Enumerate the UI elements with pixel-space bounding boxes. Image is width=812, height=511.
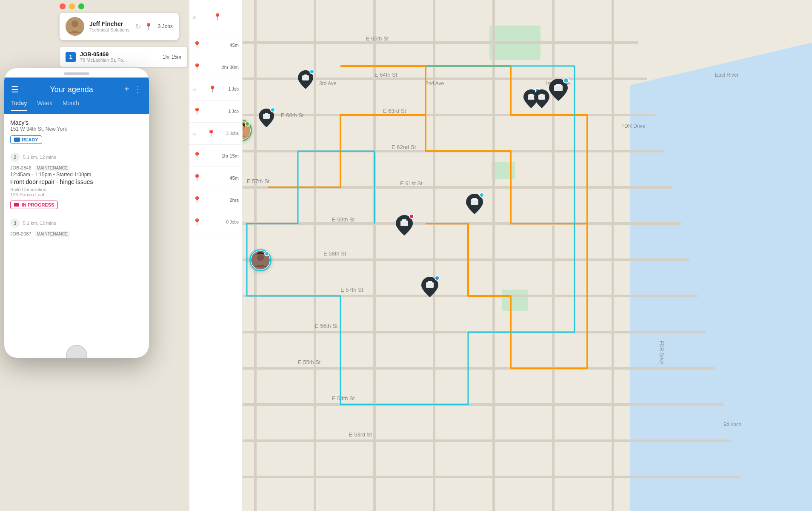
job-card-2[interactable]: JOB-2087 MAINTENANCE — [10, 231, 143, 237]
sched-time-6: 1hr 15m — [222, 153, 239, 158]
svg-text:E 53rd St: E 53rd St — [349, 431, 372, 438]
map-pin-1[interactable] — [298, 70, 313, 89]
sched-time-8: 2hrs — [230, 198, 239, 203]
tab-today[interactable]: Today — [11, 100, 27, 111]
hamburger-icon[interactable]: ☰ — [11, 84, 19, 95]
sched-right-1: 45m — [230, 43, 239, 48]
svg-rect-63 — [428, 281, 432, 283]
top-job-address: 79 McLachlan St, Fo... — [80, 57, 163, 63]
sched-arrows-5: » — [193, 130, 196, 137]
svg-text:E 61st St: E 61st St — [400, 180, 423, 187]
agenda-tabs: Today Week Month — [11, 100, 142, 114]
top-job-info: JOB-05469 79 McLachlan St, Fo... — [80, 51, 163, 63]
sched-right-2: 2hr 30m — [222, 65, 239, 70]
sched-row-8: 📍 2hrs — [189, 189, 242, 211]
sched-jobs-3: 1 Job — [229, 87, 239, 92]
worker-action-refresh[interactable]: ↻ — [135, 23, 141, 31]
chrome-minimize[interactable] — [69, 3, 75, 9]
phone-speaker — [64, 72, 89, 75]
map-pin-4[interactable] — [534, 89, 549, 108]
divider-2: 3 5.1 km, 12 mins — [10, 218, 143, 228]
status-badge-inprogress[interactable]: IN PROGRESS — [10, 201, 58, 209]
sched-loc-1: 📍 — [193, 41, 201, 49]
job-time-1: 12:45am - 1:15pm • Started 1:00pm — [10, 172, 143, 178]
status-badge-ready[interactable]: READY — [10, 135, 42, 144]
agenda-title: Your agenda — [50, 85, 93, 94]
sched-right-4: 1 Job — [229, 109, 239, 114]
tab-month[interactable]: Month — [63, 100, 79, 111]
job-address-1: 126 Strosin Loaf — [10, 192, 143, 197]
map-pin-6[interactable] — [466, 194, 483, 214]
sched-row-7: 📍 45m — [189, 167, 242, 189]
agenda-header: ☰ Your agenda + ⋮ Today Week Month — [4, 78, 149, 114]
worker-actions: ↻ 📍 — [135, 23, 153, 31]
worker-card: Jeff Fincher Technical Solutions ↻ 📍 3 J… — [60, 13, 179, 40]
worker-action-location[interactable]: 📍 — [144, 23, 153, 31]
svg-rect-61 — [402, 219, 406, 221]
sched-loc-0: 📍 — [213, 13, 222, 21]
svg-text:E 60th St: E 60th St — [281, 112, 304, 118]
place-addr-1: 151 W 34th St, New York — [10, 126, 143, 132]
sched-loc-3: 📍 — [208, 85, 217, 93]
job-meta-2: JOB-2087 MAINTENANCE — [10, 231, 143, 237]
sched-right-8: 2hrs — [230, 198, 239, 203]
map-avatar-male — [249, 249, 272, 271]
place-name-1: Macy's — [10, 119, 143, 126]
svg-text:E 54th St: E 54th St — [332, 395, 355, 402]
svg-rect-49 — [304, 75, 307, 76]
phone-mockup: ☰ Your agenda + ⋮ Today Week Month Macy'… — [4, 68, 149, 358]
divider-1: 2 5.1 km, 12 mins — [10, 152, 143, 162]
svg-rect-59 — [472, 198, 477, 200]
chrome-maximize[interactable] — [78, 3, 84, 9]
svg-point-69 — [71, 20, 78, 27]
job-card-1[interactable]: JOB-2846 MAINTENANCE 12:45am - 1:15pm • … — [10, 165, 143, 214]
svg-text:E 64th St: E 64th St — [375, 72, 397, 78]
sched-jobs-4: 1 Job — [229, 109, 239, 114]
sched-right-5: 3 Jobs — [226, 131, 239, 136]
sched-row-4: 📍 1 Job — [189, 100, 242, 123]
phone-screen: ☰ Your agenda + ⋮ Today Week Month Macy'… — [4, 78, 149, 342]
svg-rect-55 — [540, 94, 543, 95]
svg-text:E 55th St: E 55th St — [298, 359, 321, 365]
add-icon[interactable]: + — [124, 84, 129, 95]
phone-home-button[interactable] — [66, 345, 87, 358]
chrome-close[interactable] — [60, 3, 66, 9]
job-type-2: MAINTENANCE — [35, 231, 70, 237]
window-chrome — [60, 3, 84, 9]
sched-loc-2: 📍 — [193, 63, 201, 71]
map-pin-5[interactable] — [549, 79, 568, 101]
more-icon[interactable]: ⋮ — [134, 84, 142, 95]
svg-rect-53 — [529, 94, 533, 95]
status-inprogress-icon — [14, 203, 19, 207]
job-number-badge: 1 — [66, 52, 76, 62]
map-pin-8[interactable] — [421, 277, 438, 297]
worker-name: Jeff Fincher — [89, 20, 130, 27]
sched-loc-5: 📍 — [207, 129, 215, 138]
agenda-list: Macy's 151 W 34th St, New York READY 2 5… — [4, 114, 149, 327]
agenda-place-1: Macy's 151 W 34th St, New York READY — [10, 119, 143, 149]
tab-week[interactable]: Week — [37, 100, 52, 111]
top-job-row[interactable]: 1 JOB-05469 79 McLachlan St, Fo... 1hr 1… — [60, 47, 187, 67]
sched-arrows-0: » — [193, 14, 196, 20]
map-pin-2[interactable] — [259, 109, 274, 127]
top-job-id: JOB-05469 — [80, 51, 163, 57]
sched-row-2: 📍 2hr 30m — [189, 56, 242, 78]
sched-right-7: 45m — [230, 175, 239, 181]
svg-text:FDR Drive: FDR Drive — [658, 341, 664, 365]
svg-text:2nd Ave: 2nd Ave — [426, 80, 444, 86]
sched-row-0: » 📍 — [189, 0, 242, 34]
sched-arrows-3: » — [193, 86, 196, 93]
status-ready-text: READY — [22, 137, 38, 142]
worker-avatar — [66, 17, 84, 36]
sched-loc-8: 📍 — [193, 196, 201, 204]
sched-row-5: » 📍 3 Jobs — [189, 123, 242, 145]
svg-point-67 — [257, 254, 264, 261]
svg-text:East River: East River — [715, 72, 738, 78]
divider-num-2: 3 — [10, 218, 20, 228]
status-ready-icon — [14, 138, 20, 142]
scheduler-panel: » 📍 📍 45m 📍 2hr 30m » 📍 1 Job 📍 1 Job » … — [189, 0, 243, 511]
status-inprogress-text: IN PROGRESS — [22, 202, 54, 207]
map-pin-7[interactable] — [396, 215, 413, 235]
sched-right-3: 1 Job — [229, 87, 239, 92]
svg-rect-4 — [502, 290, 528, 311]
